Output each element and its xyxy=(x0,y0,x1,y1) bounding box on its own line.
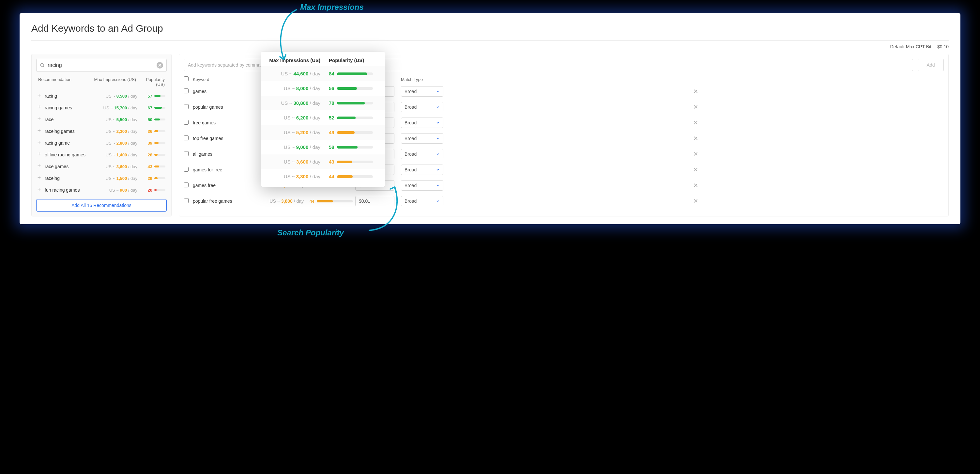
match-type-select[interactable]: Broad xyxy=(401,164,443,175)
recommendation-keyword: race games xyxy=(45,164,91,169)
popover-impressions: US ~ 3,600 / day xyxy=(268,159,329,164)
add-recommendation-button[interactable]: + xyxy=(36,152,42,158)
recommendation-row: +raceUS ~ 5,500 / day50 xyxy=(36,113,167,125)
remove-row-button[interactable]: ✕ xyxy=(693,88,698,95)
row-checkbox[interactable] xyxy=(184,88,189,93)
popover-row: US ~ 30,800 / day78 xyxy=(261,96,385,110)
recommendation-impressions: US ~ 15,700 / day xyxy=(91,105,137,110)
recommendation-impressions: US ~ 3,600 / day xyxy=(91,164,137,169)
remove-row-button[interactable]: ✕ xyxy=(693,198,698,204)
add-recommendation-button[interactable]: + xyxy=(36,164,42,169)
match-type-select[interactable]: Broad xyxy=(401,196,443,206)
recommendation-row: +racing gameUS ~ 2,800 / day39 xyxy=(36,137,167,149)
row-checkbox[interactable] xyxy=(184,104,189,109)
recommendation-popularity: 67 xyxy=(137,105,167,110)
recommendation-impressions: US ~ 1,400 / day xyxy=(91,152,137,157)
chevron-down-icon xyxy=(436,152,440,156)
recommendation-keyword: raceing xyxy=(45,176,91,181)
add-recommendation-button[interactable]: + xyxy=(36,140,42,146)
match-type-select[interactable]: Broad xyxy=(401,102,443,112)
recommendation-keyword: offline racing games xyxy=(45,152,91,157)
popover-impressions: US ~ 30,800 / day xyxy=(268,100,329,106)
page-title: Add Keywords to an Ad Group xyxy=(31,23,949,41)
keyword-cell: popular games xyxy=(193,104,245,110)
annotation-search-popularity: Search Popularity xyxy=(277,228,344,237)
popover-header-popularity: Popularity (US) xyxy=(329,57,378,63)
popover-impressions: US ~ 44,600 / day xyxy=(268,71,329,77)
popover-impressions: US ~ 5,200 / day xyxy=(268,129,329,135)
remove-row-button[interactable]: ✕ xyxy=(693,135,698,142)
chevron-down-icon xyxy=(436,105,440,109)
remove-row-button[interactable]: ✕ xyxy=(693,182,698,189)
clear-search-button[interactable] xyxy=(157,62,163,69)
popover-impressions: US ~ 8,000 / day xyxy=(268,86,329,91)
recommendation-keyword: fun racing games xyxy=(45,187,91,193)
add-button[interactable]: Add xyxy=(918,59,944,71)
remove-row-button[interactable]: ✕ xyxy=(693,120,698,126)
max-cpt-input[interactable] xyxy=(355,196,395,206)
add-recommendation-button[interactable]: + xyxy=(36,175,42,181)
row-checkbox[interactable] xyxy=(184,136,189,140)
add-recommendation-button[interactable]: + xyxy=(36,128,42,134)
keyword-cell: games for free xyxy=(193,167,245,172)
popover-row: US ~ 8,000 / day56 xyxy=(268,81,378,96)
recommendation-row: +race gamesUS ~ 3,600 / day43 xyxy=(36,161,167,172)
search-icon xyxy=(40,63,45,68)
remove-row-button[interactable]: ✕ xyxy=(693,151,698,157)
add-all-recommendations-button[interactable]: Add All 16 Recommendations xyxy=(36,199,167,212)
recommendation-popularity: 36 xyxy=(137,129,167,134)
chevron-down-icon xyxy=(436,168,440,172)
popover-header-impressions: Max Impressions (US) xyxy=(268,57,329,63)
recommendation-popularity: 29 xyxy=(137,176,167,181)
recommendation-impressions: US ~ 5,500 / day xyxy=(91,117,137,122)
match-type-select[interactable]: Broad xyxy=(401,118,443,128)
recommendation-keyword: raceing games xyxy=(45,129,91,134)
match-type-select[interactable]: Broad xyxy=(401,86,443,97)
keyword-cell: games xyxy=(193,89,245,94)
popover-impressions: US ~ 9,000 / day xyxy=(268,144,329,150)
recommendation-impressions: US ~ 2,800 / day xyxy=(91,141,137,145)
add-recommendation-button[interactable]: + xyxy=(36,117,42,123)
popover-row: US ~ 3,600 / day43 xyxy=(261,155,385,169)
search-box[interactable] xyxy=(36,59,167,72)
popover-impressions: US ~ 3,800 / day xyxy=(268,174,329,179)
popover-row: US ~ 6,200 / day52 xyxy=(268,110,378,125)
col-header-match-type: Match Type xyxy=(398,77,447,82)
recommendation-impressions: US ~ 900 / day xyxy=(91,188,137,193)
recommendation-popularity: 50 xyxy=(137,117,167,122)
recommendation-row: +raceing gamesUS ~ 2,300 / day36 xyxy=(36,125,167,137)
popover-popularity: 78 xyxy=(329,100,378,106)
add-recommendation-button[interactable]: + xyxy=(36,187,42,193)
keyword-cell: popular free games xyxy=(193,198,245,204)
recommendation-row: +offline racing gamesUS ~ 1,400 / day28 xyxy=(36,149,167,161)
impressions-cell: US ~ 3,800 / day xyxy=(245,198,304,204)
recommendations-panel: Recommendation Max Impressions (US) Popu… xyxy=(31,54,172,216)
chevron-down-icon xyxy=(436,184,440,187)
recommendation-popularity: 20 xyxy=(137,188,167,193)
rec-header-recommendation: Recommendation xyxy=(38,77,87,87)
row-checkbox[interactable] xyxy=(184,167,189,172)
row-checkbox[interactable] xyxy=(184,120,189,125)
recommendation-impressions: US ~ 1,500 / day xyxy=(91,176,137,181)
row-checkbox[interactable] xyxy=(184,198,189,203)
remove-row-button[interactable]: ✕ xyxy=(693,166,698,173)
popover-row: US ~ 9,000 / day58 xyxy=(268,140,378,155)
select-all-checkbox[interactable] xyxy=(184,77,189,81)
remove-row-button[interactable]: ✕ xyxy=(693,104,698,110)
add-recommendation-button[interactable]: + xyxy=(36,93,42,99)
add-recommendation-button[interactable]: + xyxy=(36,105,42,111)
recommendation-popularity: 28 xyxy=(137,152,167,157)
keyword-cell: top free games xyxy=(193,136,245,141)
row-checkbox[interactable] xyxy=(184,182,189,187)
search-input[interactable] xyxy=(45,62,157,68)
metrics-popover: Max Impressions (US) Popularity (US) US … xyxy=(261,51,385,187)
chevron-down-icon xyxy=(436,136,440,140)
match-type-select[interactable]: Broad xyxy=(401,133,443,144)
popover-popularity: 52 xyxy=(329,115,378,120)
match-type-select[interactable]: Broad xyxy=(401,180,443,191)
recommendation-keyword: racing xyxy=(45,93,91,99)
popover-popularity: 84 xyxy=(329,71,378,77)
popover-popularity: 49 xyxy=(329,129,378,135)
row-checkbox[interactable] xyxy=(184,151,189,156)
match-type-select[interactable]: Broad xyxy=(401,149,443,159)
